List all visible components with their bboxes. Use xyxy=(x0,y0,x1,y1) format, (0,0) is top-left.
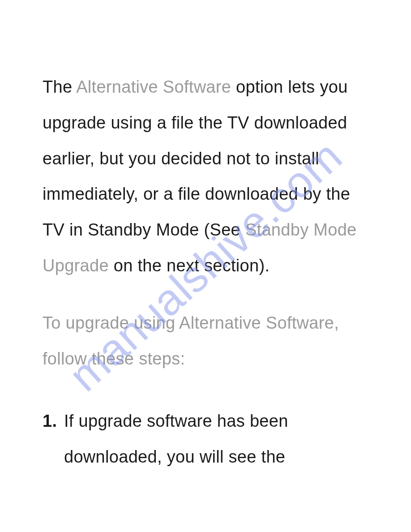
paragraph-steps-intro: To upgrade using Alternative Software, f… xyxy=(43,305,368,377)
list-number: 1. xyxy=(43,403,59,475)
text-segment: option lets you upgrade using a file the… xyxy=(43,77,350,239)
steps-list: 1. If upgrade software has been download… xyxy=(43,403,368,475)
list-item: 1. If upgrade software has been download… xyxy=(43,403,368,475)
list-text: If upgrade software has been downloaded,… xyxy=(64,403,368,475)
document-content: The Alternative Software option lets you… xyxy=(0,0,411,475)
text-segment: on the next section). xyxy=(109,256,270,275)
term-alternative-software: Alternative Software xyxy=(76,77,231,96)
paragraph-alternative-software: The Alternative Software option lets you… xyxy=(43,69,368,284)
text-segment: The xyxy=(43,77,76,96)
